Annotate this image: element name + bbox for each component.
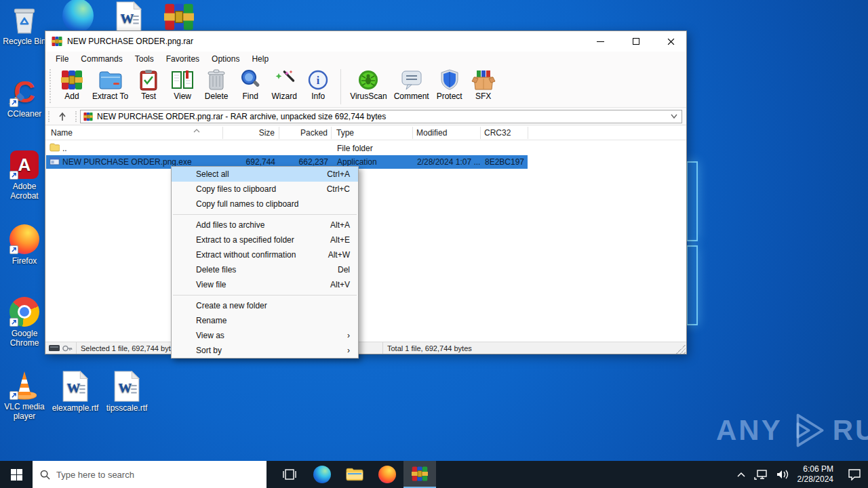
column-divider[interactable] <box>331 127 332 139</box>
menu-favorites[interactable]: Favorites <box>160 52 205 66</box>
trash-icon <box>208 68 225 91</box>
search-input[interactable] <box>56 470 259 480</box>
task-view-button[interactable] <box>273 461 306 488</box>
desktop-icon-recycle-bin[interactable]: Recycle Bin <box>3 4 46 46</box>
tray-chevron-icon[interactable] <box>737 472 745 477</box>
firefox-icon <box>9 224 40 255</box>
desktop-icon-edge[interactable] <box>56 0 100 33</box>
svg-text:W: W <box>118 380 132 395</box>
watermark-run: RUN <box>833 414 868 447</box>
menu-item-view-file[interactable]: View file Alt+V <box>172 277 358 292</box>
title-bar[interactable]: NEW PURCHASE ORDER.png.rar <box>45 31 686 52</box>
menu-item-view-as[interactable]: View as › <box>172 328 358 343</box>
minimize-button[interactable] <box>585 31 616 52</box>
chevron-down-icon[interactable] <box>671 114 677 119</box>
desktop-icon-vlc[interactable]: VLC media player <box>3 369 46 421</box>
view-button[interactable]: View <box>165 68 199 101</box>
menu-item-delete-files[interactable]: Delete files Del <box>172 262 358 277</box>
menu-item-copy-full-names[interactable]: Copy full names to clipboard <box>172 197 358 211</box>
taskbar-search[interactable] <box>33 461 267 488</box>
taskbar-winrar-button[interactable] <box>403 461 436 488</box>
menu-item-extract-without-confirmation[interactable]: Extract without confirmation Alt+W <box>172 247 358 262</box>
column-name[interactable]: Name <box>51 128 73 138</box>
menu-item-rename[interactable]: Rename <box>172 313 358 328</box>
network-icon[interactable] <box>754 469 768 480</box>
svg-text:i: i <box>317 75 320 86</box>
desktop-icon-tipsscale[interactable]: W tipsscale.rtf <box>99 371 155 413</box>
row-packed: 662,237 <box>281 157 328 167</box>
menu-item-add-files[interactable]: Add files to archive Alt+A <box>172 218 358 232</box>
delete-button[interactable]: Delete <box>199 68 233 101</box>
maximize-button[interactable] <box>620 31 651 52</box>
desktop-icon-chrome[interactable]: Google Chrome <box>3 296 46 348</box>
column-type[interactable]: Type <box>336 128 354 138</box>
desktop-icon-adobe-acrobat[interactable]: A Adobe Acrobat <box>3 149 46 201</box>
taskbar-firefox-button[interactable] <box>371 461 403 488</box>
taskbar-edge-button[interactable] <box>306 461 338 488</box>
vlc-icon <box>9 369 40 401</box>
submenu-arrow-icon: › <box>347 346 350 355</box>
action-center-icon[interactable] <box>848 468 861 481</box>
desktop-icon-elexample[interactable]: W elexample.rtf <box>47 371 103 413</box>
address-combobox[interactable]: NEW PURCHASE ORDER.png.rar - RAR archive… <box>80 110 682 123</box>
row-name: .. <box>62 144 67 153</box>
find-button[interactable]: Find <box>233 68 267 101</box>
edge-icon <box>313 466 331 483</box>
add-button[interactable]: Add <box>55 68 89 101</box>
key-icon <box>62 345 73 352</box>
column-divider[interactable] <box>279 127 279 139</box>
address-row: NEW PURCHASE ORDER.png.rar - RAR archive… <box>45 108 686 125</box>
extract-folder-icon <box>98 68 123 91</box>
sfx-button[interactable]: SFX <box>467 68 500 101</box>
sort-ascending-icon <box>193 125 200 135</box>
submenu-arrow-icon: › <box>347 331 350 340</box>
parent-folder-row[interactable]: .. File folder <box>46 142 528 155</box>
word-document-icon: W <box>111 371 142 402</box>
toolbar-gripper <box>48 111 50 122</box>
address-text: NEW PURCHASE ORDER.png.rar - RAR archive… <box>97 112 667 121</box>
test-button[interactable]: Test <box>132 68 165 101</box>
column-divider[interactable] <box>528 127 528 139</box>
menu-commands[interactable]: Commands <box>75 52 128 66</box>
taskbar-explorer-button[interactable] <box>338 461 371 488</box>
column-size[interactable]: Size <box>220 128 275 138</box>
status-icons <box>45 342 77 354</box>
wizard-button[interactable]: Wizard <box>267 68 301 101</box>
comment-button[interactable]: Comment <box>391 68 433 101</box>
desktop-icon-firefox[interactable]: Firefox <box>3 224 46 266</box>
menu-item-sort-by[interactable]: Sort by › <box>172 343 358 358</box>
menu-help[interactable]: Help <box>245 52 275 66</box>
resize-grip[interactable] <box>676 344 686 354</box>
menu-file[interactable]: File <box>50 52 75 66</box>
desktop-icon-word-document[interactable]: W <box>107 1 151 34</box>
desktop-icon-ccleaner[interactable]: C CCleaner <box>3 77 46 119</box>
menu-separator <box>173 214 357 215</box>
up-one-level-button[interactable] <box>53 110 72 123</box>
column-packed[interactable]: Packed <box>280 128 328 138</box>
menu-item-select-all[interactable]: Select all Ctrl+A <box>172 167 358 182</box>
menu-tools[interactable]: Tools <box>129 52 160 66</box>
menu-item-extract-to-folder[interactable]: Extract to a specified folder Alt+E <box>172 232 358 247</box>
column-divider[interactable] <box>222 127 223 139</box>
firefox-icon <box>378 466 396 483</box>
shield-icon <box>440 68 459 91</box>
column-crc32[interactable]: CRC32 <box>484 128 511 138</box>
column-divider[interactable] <box>412 127 413 139</box>
menu-item-copy-files[interactable]: Copy files to clipboard Ctrl+C <box>172 182 358 197</box>
desktop-icon-winrar[interactable] <box>157 1 201 34</box>
menu-item-create-folder[interactable]: Create a new folder <box>172 298 358 313</box>
column-modified[interactable]: Modified <box>416 128 447 138</box>
task-view-icon <box>282 467 297 482</box>
close-button[interactable] <box>656 31 686 52</box>
folder-icon <box>50 143 60 154</box>
protect-button[interactable]: Protect <box>433 68 467 101</box>
volume-icon[interactable] <box>776 469 789 480</box>
column-divider[interactable] <box>480 127 481 139</box>
taskbar-clock[interactable]: 6:06 PM 2/28/2024 <box>797 464 833 485</box>
word-document-icon: W <box>60 371 91 402</box>
virusscan-button[interactable]: VirusScan <box>347 68 390 101</box>
menu-options[interactable]: Options <box>205 52 245 66</box>
info-button[interactable]: i Info <box>301 68 335 101</box>
extract-to-button[interactable]: Extract To <box>89 68 132 101</box>
start-button[interactable] <box>0 461 33 488</box>
